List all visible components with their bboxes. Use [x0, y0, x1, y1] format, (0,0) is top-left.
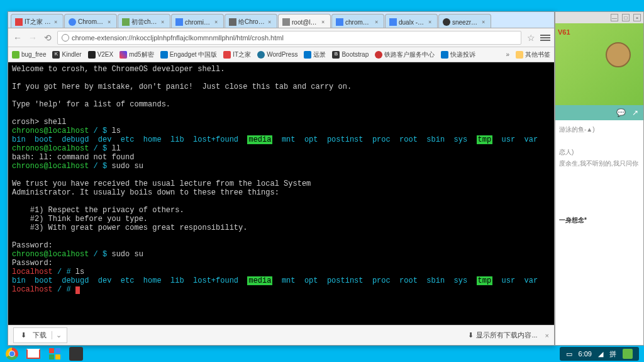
show-all-downloads[interactable]: ⬇ 显示所有下载内容...	[468, 331, 537, 340]
tab-strip: IT之家 - 百× Chrome 网× 初尝chrom× chromium× 给…	[8, 12, 554, 28]
gmail-icon	[26, 349, 40, 359]
bookmark-6[interactable]: WordPress	[257, 51, 297, 59]
gmail-launcher[interactable]	[26, 347, 40, 361]
notification-icon[interactable]: ▭	[566, 350, 572, 358]
nav-row: ← → ⟲ chrome-extension://nkoccljplnhpfnf…	[8, 28, 554, 47]
bookmark-bar: bug_free KKindler V2EX md5解密 Engadget 中国…	[8, 47, 554, 62]
close-icon[interactable]: ×	[268, 19, 273, 25]
bookmark-2[interactable]: V2EX	[88, 51, 114, 59]
menu-button[interactable]	[540, 35, 550, 41]
bug-icon	[12, 51, 19, 59]
apps-grid-icon	[49, 348, 60, 359]
address-bar[interactable]: chrome-extension://nkoccljplnhpfnflajclk…	[57, 31, 521, 45]
feed-body: 游泳的鱼-▲) 恋人) 度余生,我不听别的,我只问你 一身想念*	[555, 120, 643, 345]
chrome-launcher[interactable]	[5, 347, 19, 361]
window-controls: — □ ×	[555, 12, 643, 23]
download-icon: ⬇	[468, 331, 474, 339]
feed-line: 度余生,我不听别的,我只问你	[559, 158, 640, 169]
close-icon[interactable]: ×	[161, 19, 166, 25]
tab-4[interactable]: 给Chrom!×	[225, 14, 277, 28]
ime-icon[interactable]: 拼	[609, 349, 616, 359]
download-chevron-icon[interactable]: ⌄	[52, 331, 62, 339]
tab-5-active[interactable]: root@loca×	[278, 14, 331, 28]
download-name: 下载	[33, 331, 47, 340]
image-label: V61	[558, 28, 570, 36]
feed-line: 游泳的鱼-▲)	[559, 124, 640, 135]
download-bar: ⬇ 下载 ⌄ ⬇ 显示所有下载内容... ×	[8, 325, 554, 345]
maximize-button[interactable]: □	[622, 14, 630, 21]
bookmark-1[interactable]: KKindler	[52, 51, 81, 59]
social-row: 💬 ↗	[555, 105, 643, 120]
wifi-icon[interactable]: ◢	[598, 350, 603, 358]
tab-2[interactable]: 初尝chrom×	[118, 14, 170, 28]
cursor-block	[75, 286, 80, 294]
close-icon[interactable]: ×	[375, 19, 380, 25]
bookmark-4[interactable]: Engadget 中国版	[160, 50, 218, 59]
bookmark-0[interactable]: bug_free	[12, 51, 46, 59]
express-icon	[441, 51, 448, 59]
bookmark-8[interactable]: BBootstrap	[332, 51, 369, 59]
tab-0[interactable]: IT之家 - 百×	[11, 14, 64, 28]
feed-line: 一身想念*	[559, 215, 640, 226]
system-tray[interactable]: ▭ 6:09 ◢ 拼	[560, 347, 639, 361]
tab-1[interactable]: Chrome 网×	[64, 14, 117, 28]
clock: 6:09	[579, 350, 592, 358]
v2ex-icon	[88, 51, 96, 59]
close-icon[interactable]: ×	[428, 19, 433, 25]
bookmark-7[interactable]: 远景	[304, 50, 326, 59]
header-image: V61	[555, 23, 643, 105]
close-icon[interactable]: ×	[54, 19, 59, 25]
engadget-icon	[160, 51, 168, 59]
bookmark-5[interactable]: IT之家	[223, 50, 251, 59]
forward-button[interactable]: →	[27, 32, 38, 43]
close-download-bar[interactable]: ×	[545, 332, 549, 339]
shelf: ▭ 6:09 ◢ 拼	[0, 346, 644, 362]
tab-6[interactable]: chromeos×	[331, 14, 384, 28]
bootstrap-icon: B	[332, 51, 340, 59]
tab-3[interactable]: chromium×	[171, 14, 224, 28]
k-icon: K	[52, 51, 60, 59]
wordpress-icon	[257, 51, 265, 59]
feed-line: 恋人)	[559, 147, 640, 158]
back-button[interactable]: ←	[12, 32, 23, 43]
chrome-icon	[6, 348, 18, 360]
close-icon[interactable]: ×	[108, 19, 113, 25]
minimize-button[interactable]: —	[611, 14, 618, 21]
bookmark-3[interactable]: md5解密	[119, 50, 153, 59]
folder-icon	[516, 51, 523, 59]
avatar-icon[interactable]	[623, 349, 633, 359]
rail-icon	[375, 51, 382, 59]
it-icon	[223, 51, 231, 59]
bookmark-star-icon[interactable]: ☆	[525, 32, 536, 43]
download-arrow-icon: ⬇	[19, 331, 28, 340]
snail-graphic	[606, 42, 637, 74]
share-icon[interactable]: ↗	[632, 108, 638, 117]
background-window: — □ × V61 💬 ↗ 游泳的鱼-▲) 恋人) 度余生,我不听别的,我只问你…	[555, 11, 644, 346]
pcbeta-icon	[304, 51, 311, 59]
close-icon[interactable]: ×	[482, 19, 487, 25]
terminal[interactable]: Welcome to crosh, the ChromeOS developer…	[8, 62, 554, 325]
reload-button[interactable]: ⟲	[42, 32, 53, 43]
app-launcher[interactable]	[69, 347, 83, 361]
close-icon[interactable]: ×	[321, 19, 326, 25]
browser-window: IT之家 - 百× Chrome 网× 初尝chrom× chromium× 给…	[8, 11, 555, 346]
globe-icon	[62, 34, 69, 42]
download-item[interactable]: ⬇ 下载 ⌄	[13, 327, 67, 343]
other-bookmarks[interactable]: 其他书签	[516, 50, 550, 59]
tab-8[interactable]: sneezry/D×	[438, 14, 491, 28]
window-close-button[interactable]: ×	[633, 14, 641, 21]
overflow-chevron-icon[interactable]: »	[506, 51, 509, 58]
grid-icon	[119, 51, 127, 59]
bookmark-9[interactable]: 铁路客户服务中心	[375, 50, 435, 59]
apps-launcher[interactable]	[48, 347, 62, 361]
tab-7[interactable]: dualx - Go×	[385, 14, 438, 28]
url-text: chrome-extension://nkoccljplnhpfnflajclk…	[72, 34, 284, 42]
bookmark-10[interactable]: 快递投诉	[441, 50, 475, 59]
close-icon[interactable]: ×	[214, 19, 219, 25]
chat-icon[interactable]: 💬	[616, 108, 626, 117]
